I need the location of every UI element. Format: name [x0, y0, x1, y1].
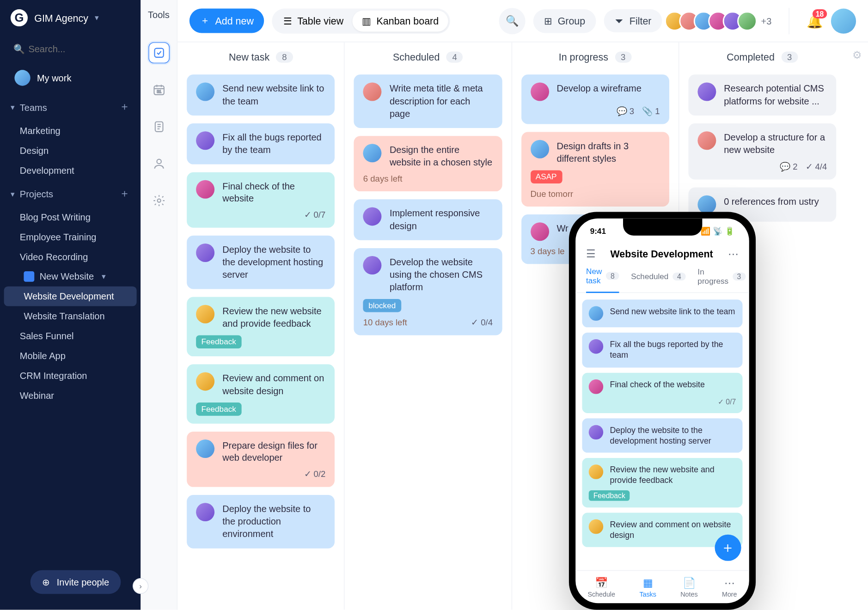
sidebar-project-item[interactable]: Mobile App	[0, 346, 141, 366]
phone-nav-item[interactable]: ⋯More	[722, 576, 737, 598]
invite-people-button[interactable]: ⊕ Invite people	[31, 570, 121, 594]
task-card[interactable]: Research potential CMS platforms for web…	[688, 74, 836, 115]
task-card[interactable]: Develop a structure for a new website💬 2…	[688, 123, 836, 179]
kanban-column: Scheduled4Write meta title & meta descri…	[345, 42, 512, 610]
sidebar-project-item[interactable]: Sales Funnel	[0, 326, 141, 346]
sidebar-team-item[interactable]: Marketing	[0, 121, 141, 140]
phone-task-card[interactable]: Final check of the website✓ 0/7	[582, 372, 742, 413]
svg-point-5	[157, 199, 160, 202]
notifications-button[interactable]: 🔔 18	[807, 13, 823, 29]
filter-button[interactable]: ⏷ Filter	[604, 9, 662, 32]
task-card[interactable]: Develop a wireframe💬 3📎 1	[521, 74, 669, 124]
phone-card-list: Send new website link to the teamFix all…	[575, 293, 749, 570]
task-card[interactable]: Review and comment on website designFeed…	[187, 364, 335, 423]
assignee-avatar	[589, 519, 603, 533]
task-card[interactable]: Design drafts in 3 different stylesASAPD…	[521, 132, 669, 207]
task-card[interactable]: Write meta title & meta description for …	[354, 74, 502, 128]
people-tool-icon[interactable]	[148, 153, 170, 174]
phone-add-button[interactable]: ＋	[715, 535, 741, 561]
sidebar-folder-item[interactable]: New Website▾	[0, 267, 141, 287]
main-area: ＋ Add new ☰ Table view ▥ Kanban board 🔍 …	[177, 0, 868, 610]
task-card[interactable]: Implement responsive design	[354, 200, 502, 240]
sidebar-project-item[interactable]: Employee Training	[0, 227, 141, 247]
assignee-avatar	[530, 140, 549, 159]
add-project-icon[interactable]: ＋	[119, 187, 130, 201]
sidebar-project-item[interactable]: CRM Integration	[0, 366, 141, 385]
assignee-avatar	[196, 305, 214, 323]
projects-label: Projects	[20, 189, 53, 199]
chevron-down-icon: ▾	[95, 13, 99, 23]
phone-nav-item[interactable]: ▦Tasks	[639, 576, 656, 598]
filter-label: Filter	[630, 15, 652, 26]
search-input-wrapper[interactable]: 🔍	[6, 40, 134, 58]
phone-task-card[interactable]: Review the new website and provide feedb…	[582, 458, 742, 507]
calendar-tool-icon[interactable]: 31	[148, 79, 170, 100]
kanban-view-button[interactable]: ▥ Kanban board	[353, 10, 448, 31]
phone-tab[interactable]: New task8	[586, 267, 619, 293]
sidebar-project-item[interactable]: Webinar	[0, 385, 141, 405]
teams-label: Teams	[20, 102, 47, 113]
task-title: Review the new website and provide feedb…	[222, 305, 325, 330]
notes-tool-icon[interactable]	[148, 116, 170, 137]
collaborator-avatars[interactable]: +3	[670, 11, 771, 31]
group-button[interactable]: ⊞ Group	[533, 9, 596, 32]
assignee-avatar	[697, 131, 716, 150]
task-card[interactable]: Review the new website and provide feedb…	[187, 297, 335, 356]
task-card[interactable]: Final check of the website✓ 0/7	[187, 172, 335, 228]
tab-label: In progress	[697, 267, 728, 286]
task-card[interactable]: Design the entire website in a chosen st…	[354, 136, 502, 192]
nav-icon: ▦	[643, 576, 653, 589]
workspace-switcher[interactable]: G GIM Agency ▾	[0, 0, 141, 36]
phone-task-card[interactable]: Fix all the bugs reported by the team	[582, 333, 742, 367]
table-view-button[interactable]: ☰ Table view	[274, 10, 353, 31]
sidebar-team-item[interactable]: Development	[0, 160, 141, 180]
search-button[interactable]: 🔍	[499, 7, 526, 34]
my-work-label: My work	[37, 73, 71, 83]
invite-label: Invite people	[57, 577, 109, 587]
phone-task-card[interactable]: Deploy the website to the development ho…	[582, 418, 742, 453]
task-card[interactable]: Deploy the website to the production env…	[187, 495, 335, 549]
task-card[interactable]: Prepare design files for web developer✓ …	[187, 431, 335, 487]
board-settings-icon[interactable]: ⚙	[845, 42, 868, 610]
nav-icon: 📄	[683, 576, 696, 589]
task-card[interactable]: Fix all the bugs reported by the team	[187, 123, 335, 164]
phone-nav-item[interactable]: 📄Notes	[680, 576, 697, 598]
more-icon[interactable]: ⋯	[728, 248, 739, 260]
hamburger-icon[interactable]: ☰	[586, 248, 595, 260]
sidebar-subpage-item[interactable]: Website Development	[4, 287, 137, 306]
task-card[interactable]: Deploy the website to the development ho…	[187, 236, 335, 289]
phone-tab[interactable]: Scheduled4	[631, 267, 685, 293]
current-user-avatar[interactable]	[831, 8, 856, 33]
more-avatars-count: +3	[761, 16, 772, 26]
add-team-icon[interactable]: ＋	[119, 100, 130, 114]
tab-count: 3	[733, 272, 746, 280]
collapse-sidebar-button[interactable]: ›	[133, 578, 148, 594]
add-new-button[interactable]: ＋ Add new	[189, 9, 264, 33]
tasks-tool-icon[interactable]	[148, 42, 170, 63]
phone-status-icons: 📶 📡 🔋	[701, 226, 735, 236]
sidebar-project-item[interactable]: Blog Post Writing	[0, 207, 141, 227]
sidebar-project-item[interactable]: Video Recording	[0, 247, 141, 267]
settings-tool-icon[interactable]	[148, 190, 170, 211]
projects-section-header[interactable]: ▾Projects ＋	[0, 180, 141, 207]
phone-nav-item[interactable]: 📅Schedule	[587, 576, 615, 598]
nav-icon: 📅	[595, 576, 608, 589]
svg-text:31: 31	[157, 89, 161, 94]
sidebar-subpage-item[interactable]: Website Translation	[0, 306, 141, 326]
task-card[interactable]: Develop the website using the chosen CMS…	[354, 248, 502, 335]
assignee-avatar	[363, 207, 382, 226]
my-work-link[interactable]: My work	[4, 65, 137, 91]
chevron-down-icon: ▾	[102, 272, 106, 281]
task-title: Research potential CMS platforms for web…	[724, 83, 827, 108]
column-header: New task8	[177, 42, 344, 72]
task-title: Send new website link to the team	[222, 83, 325, 108]
sidebar-team-item[interactable]: Design	[0, 140, 141, 160]
teams-section-header[interactable]: ▾Teams ＋	[0, 94, 141, 121]
search-input[interactable]	[28, 43, 127, 54]
phone-tab[interactable]: In progress3	[697, 267, 746, 293]
task-card[interactable]: Send new website link to the team	[187, 74, 335, 115]
tool-rail: Tools 31	[141, 0, 177, 610]
add-new-label: Add new	[215, 15, 254, 26]
phone-task-card[interactable]: Send new website link to the team	[582, 299, 742, 327]
nav-label: Schedule	[587, 590, 615, 598]
